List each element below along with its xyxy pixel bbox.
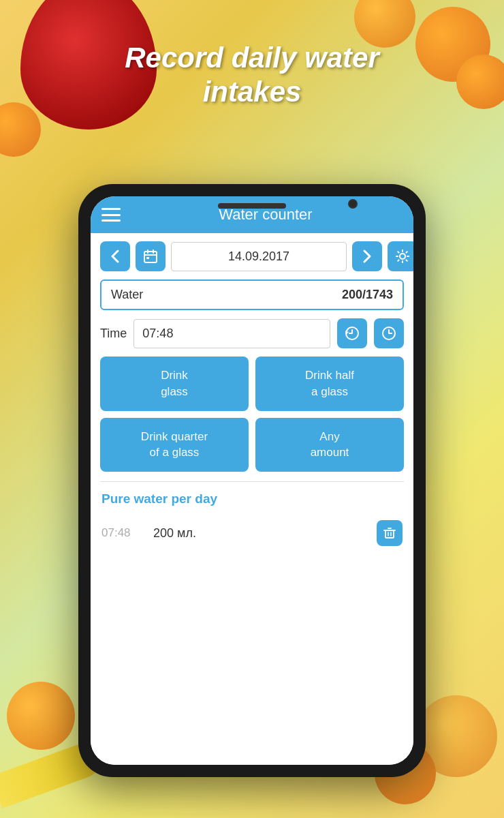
settings-button[interactable] [388,241,413,271]
svg-point-5 [400,254,405,259]
log-list: 07:48 200 мл. [91,513,413,553]
drink-quarter-glass-button[interactable]: Drink quarterof a glass [100,418,249,472]
fruit-orange-6-left [7,682,75,750]
drink-glass-button[interactable]: Drinkglass [100,357,249,411]
hamburger-line-3 [101,219,121,222]
water-label: Water [111,288,143,302]
app-topbar: Water counter [91,196,413,233]
phone-speaker [218,203,286,209]
svg-rect-8 [385,530,394,538]
trash-icon [383,527,396,539]
hero-title: Record daily water intakes [0,41,504,110]
clock-back-icon [345,326,360,341]
time-input[interactable] [133,319,330,348]
gear-icon [395,249,410,264]
clock-icon [381,326,396,341]
hamburger-line-1 [101,208,121,210]
chevron-left-icon [110,249,121,264]
date-navigation-row [91,233,413,279]
action-buttons-grid: Drinkglass Drink halfa glass Drink quart… [91,357,413,481]
log-time: 07:48 [101,526,142,540]
next-date-button[interactable] [352,241,382,271]
time-row: Time [91,310,413,357]
title-line2: intakes [203,76,302,108]
chevron-right-icon [362,249,373,264]
hamburger-menu[interactable] [101,208,121,222]
log-amount: 200 мл. [153,526,366,541]
water-value: 200/1743 [342,288,393,302]
calendar-button[interactable] [136,241,166,271]
svg-rect-0 [144,252,157,262]
water-progress-row: Water 200/1743 [100,279,404,310]
log-entry: 07:48 200 мл. [91,513,413,553]
phone-screen: Water counter [91,196,413,765]
date-input[interactable] [171,242,347,271]
drink-half-glass-button[interactable]: Drink halfa glass [255,357,404,411]
time-history-button[interactable] [337,318,367,348]
any-amount-button[interactable]: Anyamount [255,418,404,472]
time-label: Time [100,327,127,341]
svg-rect-4 [146,257,149,259]
section-title: Pure water per day [91,482,413,513]
calendar-icon [143,249,158,264]
prev-date-button[interactable] [100,241,130,271]
hamburger-line-2 [101,214,121,216]
app-content: Water 200/1743 Time [91,233,413,765]
time-picker-button[interactable] [374,318,404,348]
title-line1: Record daily water [125,42,379,74]
phone-camera [348,199,358,209]
delete-entry-button[interactable] [377,520,403,546]
phone-device: Water counter [78,184,426,777]
